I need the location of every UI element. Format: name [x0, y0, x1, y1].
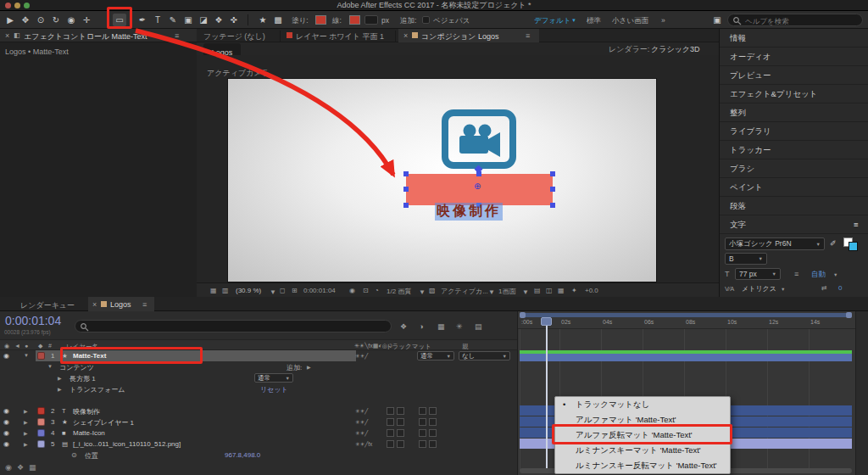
zoom-level[interactable]: (30.9 %): [236, 287, 261, 294]
composition-canvas[interactable]: ⊕ 映像制作: [227, 78, 657, 282]
layer-switches[interactable]: ✳☀╱: [355, 353, 368, 360]
rotation-tool-button[interactable]: ↻: [49, 14, 63, 26]
panel-tab-brushes[interactable]: ブラシ: [720, 159, 868, 178]
eye-icon[interactable]: ◉: [3, 429, 9, 437]
label-color-chip[interactable]: [37, 440, 45, 448]
render-queue-tab[interactable]: レンダーキュー: [20, 300, 75, 311]
add-menu-arrow-icon[interactable]: ▶: [307, 364, 311, 370]
expand-icon[interactable]: ▶: [24, 419, 28, 425]
layer-bar-matte-text[interactable]: [520, 354, 852, 361]
chevron-down-icon[interactable]: ▼: [781, 287, 785, 292]
gear-icon[interactable]: ✦: [571, 287, 577, 294]
current-time-display[interactable]: 0:00:01:04: [5, 314, 61, 327]
view-layout-dropdown[interactable]: 1画面: [498, 287, 515, 296]
chevron-down-icon[interactable]: ▼: [833, 272, 837, 277]
layer-name[interactable]: Matte-Text: [73, 352, 106, 360]
panel-tab-align[interactable]: 整列: [720, 103, 868, 122]
expand-render-time-icon[interactable]: ▦: [29, 463, 36, 472]
kerning-dropdown[interactable]: メトリクス: [742, 284, 776, 293]
trkmat-box[interactable]: [419, 429, 426, 437]
menu-item-luma-inverted-matte[interactable]: ルミナンスキー反転マット 'Matte-Text': [555, 458, 730, 473]
selection-handle[interactable]: [403, 203, 409, 208]
eye-icon[interactable]: ◉: [3, 352, 9, 360]
trkmat-box[interactable]: [429, 407, 437, 415]
layer-switches[interactable]: ✳☀╱: [355, 430, 368, 437]
timeline-search-field[interactable]: [75, 320, 392, 332]
expand-icon[interactable]: ▶: [58, 386, 62, 392]
expand-icon[interactable]: ▶: [24, 430, 28, 436]
eyedropper-icon[interactable]: ✐: [830, 239, 837, 248]
brush-tool-button[interactable]: ✎: [166, 14, 180, 26]
trkmat-box[interactable]: [419, 418, 426, 426]
stroke-color-swatch[interactable]: [349, 15, 360, 25]
group-label[interactable]: 長方形 1: [70, 374, 96, 383]
pen-tool-button[interactable]: ✒: [136, 14, 149, 26]
trkmat-box[interactable]: [419, 440, 426, 448]
selection-tool-button[interactable]: ▶: [3, 14, 17, 26]
mode-box[interactable]: [387, 418, 394, 426]
clone-stamp-tool-button[interactable]: ▣: [181, 14, 195, 26]
panel-tab-preview[interactable]: プレビュー: [720, 66, 868, 85]
label-color-chip[interactable]: [37, 429, 45, 437]
panel-tab-effects-presets[interactable]: エフェクト&プリセット: [720, 85, 868, 103]
close-icon[interactable]: ×: [5, 31, 9, 40]
expand-icon[interactable]: ▶: [58, 375, 62, 381]
guides-icon[interactable]: ⊞: [292, 287, 298, 294]
workspace-tab-standard[interactable]: 標準: [587, 16, 601, 26]
layer-row-text[interactable]: ◉ ▶ 2 T 映像制作 ✳☀╱: [0, 405, 517, 416]
close-window-button[interactable]: [5, 3, 11, 8]
roi-icon[interactable]: ◻: [280, 287, 286, 294]
eye-icon[interactable]: ◉: [3, 418, 9, 426]
layer-name[interactable]: 映像制作: [73, 407, 100, 416]
workspace-panel-icon[interactable]: ▣: [710, 14, 724, 26]
layer-switches[interactable]: ✳☀╱: [355, 408, 368, 415]
panel-lock-icon[interactable]: ◧: [14, 31, 20, 39]
layer-switches[interactable]: ✳☀╱: [355, 419, 368, 426]
panel-menu-icon[interactable]: ≡: [526, 31, 530, 40]
chevron-down-icon[interactable]: ▼: [270, 288, 276, 296]
parent-dropdown[interactable]: なし▼: [459, 351, 510, 360]
panel-tab-character[interactable]: 文字 ≡: [720, 215, 868, 234]
renderer-value[interactable]: クラシック3D: [651, 44, 700, 55]
layer-row-shape[interactable]: ◉ ▶ 3 ★ シェイプレイヤー 1 ✳☀╱: [0, 416, 517, 428]
property-label[interactable]: 位置: [85, 451, 98, 461]
mode-box[interactable]: [397, 418, 404, 426]
font-size-dropdown[interactable]: 77 px▼: [735, 268, 781, 280]
mask-visibility-icon[interactable]: ▥: [222, 287, 229, 294]
help-search-field[interactable]: ヘルプを検索: [727, 14, 863, 26]
blend-mode-dropdown[interactable]: 通常▼: [417, 351, 454, 360]
group-label[interactable]: トランスフォーム: [70, 385, 125, 394]
selection-handle[interactable]: [550, 203, 555, 208]
layer-row-footage[interactable]: ◉ ▶ 5 ▤ [_i_ico...011_icon_110110_512.pn…: [0, 439, 517, 450]
hand-tool-button[interactable]: ✥: [19, 14, 32, 26]
show-snapshot-icon[interactable]: ⊡: [363, 287, 369, 294]
vertical-scrollbar-track[interactable]: [855, 311, 868, 475]
panel-tab-paragraph[interactable]: 段落: [720, 197, 868, 215]
panel-tab-tracker[interactable]: トラッカー: [720, 141, 868, 159]
time-navigator-bar[interactable]: [520, 313, 852, 317]
selection-handle[interactable]: [403, 171, 409, 176]
timeline-comp-tab[interactable]: × Logos ≡: [88, 297, 154, 311]
position-property-row[interactable]: ⊙ 位置 967.8,498.0: [0, 450, 517, 461]
panel-tab-libraries[interactable]: ライブラリ: [720, 122, 868, 141]
pixel-aspect-icon[interactable]: ▤: [534, 287, 541, 294]
group-label[interactable]: コンテンツ: [59, 363, 94, 372]
stroke-width-input[interactable]: [364, 15, 378, 25]
pan-behind-tool-button[interactable]: ✛: [80, 14, 93, 26]
footage-tab[interactable]: フッテージ (なし): [203, 31, 265, 42]
font-family-dropdown[interactable]: 小塚ゴシック Pr6N▼: [725, 238, 825, 250]
grid-options-icon[interactable]: ▦: [210, 287, 217, 294]
layer-switches[interactable]: ✳☀╱fx: [355, 441, 372, 448]
label-color-chip[interactable]: [37, 407, 45, 415]
layer-row-matte-text[interactable]: ◉ ▼ 1 ★ Matte-Text ✳☀╱ 通常▼ なし▼: [0, 350, 517, 361]
layer-row-matte-icon[interactable]: ◉ ▶ 4 ■ Matte-Icon ✳☀╱: [0, 428, 517, 439]
canvas-text[interactable]: 映像制作: [435, 203, 503, 221]
puppet-pin-tool-button[interactable]: ✜: [227, 14, 241, 26]
selection-handle[interactable]: [550, 187, 555, 192]
close-icon[interactable]: ×: [92, 300, 97, 309]
comp-mini-tab[interactable]: Logos: [203, 43, 241, 55]
mode-box[interactable]: [397, 429, 404, 437]
expand-icon[interactable]: ▶: [24, 441, 28, 447]
mode-box[interactable]: [387, 407, 394, 415]
chevron-down-icon[interactable]: ▼: [571, 18, 576, 23]
